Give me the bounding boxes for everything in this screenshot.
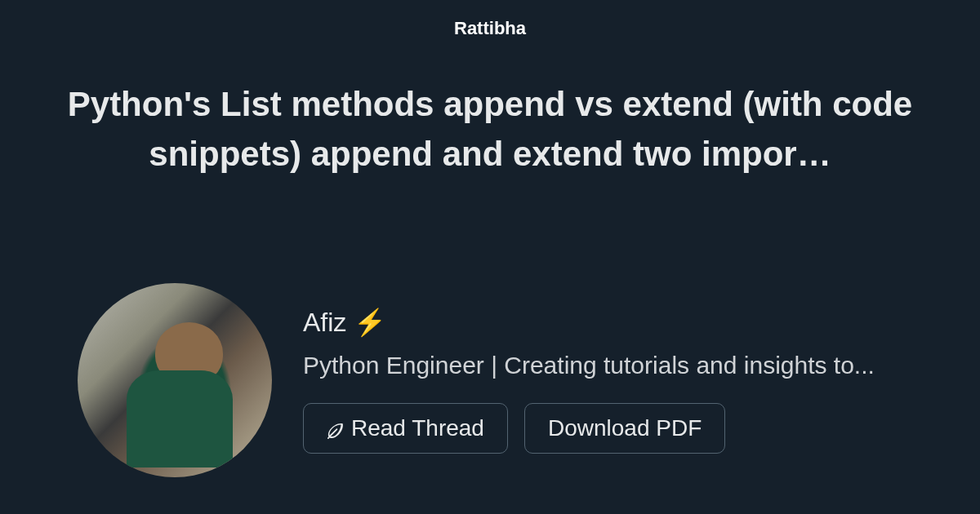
author-info: Afiz ⚡ Python Engineer | Creating tutori… (303, 307, 931, 454)
author-bio: Python Engineer | Creating tutorials and… (303, 349, 931, 383)
read-thread-label: Read Thread (351, 415, 484, 441)
button-row: Read Thread Download PDF (303, 403, 931, 454)
download-pdf-label: Download PDF (548, 415, 702, 441)
avatar (78, 283, 272, 477)
page-title: Python's List methods append vs extend (… (0, 39, 980, 179)
site-name: Rattibha (0, 0, 980, 39)
feather-icon (327, 419, 345, 437)
download-pdf-button[interactable]: Download PDF (524, 403, 725, 454)
read-thread-button[interactable]: Read Thread (303, 403, 508, 454)
author-section: Afiz ⚡ Python Engineer | Creating tutori… (78, 283, 931, 477)
author-name: Afiz ⚡ (303, 307, 931, 338)
